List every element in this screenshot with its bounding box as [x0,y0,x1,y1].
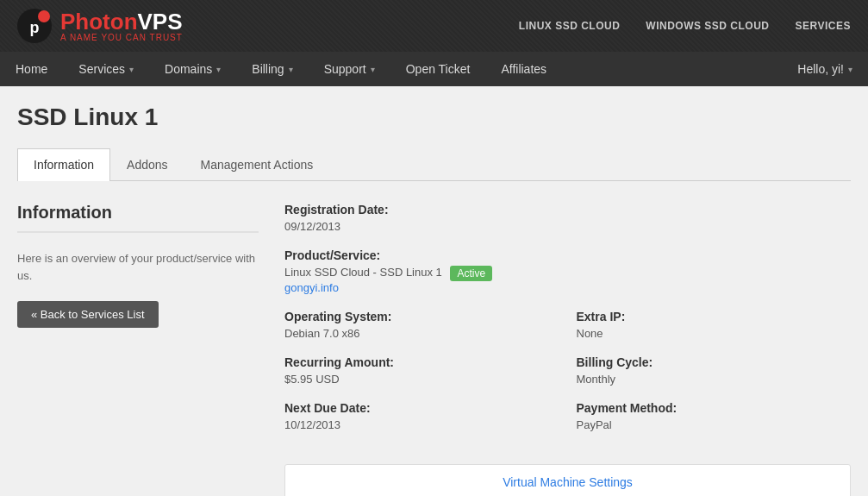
user-menu[interactable]: Hello, yi! ▾ [782,52,868,86]
tab-addons[interactable]: Addons [110,148,184,180]
nav-domains[interactable]: Domains ▾ [149,52,236,86]
next-due-date-section: Next Due Date: 10/12/2013 [284,401,559,431]
billing-arrow-icon: ▾ [289,65,293,74]
nav-billing[interactable]: Billing ▾ [236,52,308,86]
nav-home[interactable]: Home [0,52,63,86]
logo-tagline: A Name You Can Trust [60,33,183,42]
info-heading: Information [17,203,259,223]
next-due-date-value: 10/12/2013 [284,418,559,431]
registration-date-value: 09/12/2013 [284,220,559,233]
extra-ip-value: None [577,327,852,340]
vm-settings-button[interactable]: Virtual Machine Settings [284,464,851,496]
support-arrow-icon: ▾ [371,65,375,74]
registration-date-label: Registration Date: [284,203,559,217]
billing-cycle-value: Monthly [577,373,852,386]
recurring-amount-section: Recurring Amount: $5.95 USD [284,355,559,386]
services-arrow-icon: ▾ [129,65,134,74]
operating-system-section: Operating System: Debian 7.0 x86 [284,310,559,340]
page-title: SSD Linux 1 [17,104,851,131]
recurring-amount-label: Recurring Amount: [284,355,559,369]
left-panel: Information Here is an overview of your … [17,203,259,496]
payment-method-value: PayPal [577,418,852,431]
right-panel: Registration Date: 09/12/2013 Product/Se… [284,203,851,496]
top-header: p PhotonVPS A Name You Can Trust Linux S… [0,0,868,52]
nav-support[interactable]: Support ▾ [309,52,390,86]
logo-text: PhotonVPS A Name You Can Trust [60,10,183,42]
nav-windows-ssd-cloud[interactable]: Windows SSD Cloud [646,20,769,32]
billing-cycle-section: Billing Cycle: Monthly [577,355,852,386]
red-dot-icon [38,10,50,22]
logo-area: p PhotonVPS A Name You Can Trust [17,9,183,43]
product-service-value: Linux SSD Cloud - SSD Linux 1 Active gon… [284,266,559,294]
nav-left: Home Services ▾ Domains ▾ Billing ▾ Supp… [0,52,562,86]
logo-photon: Photon [60,9,138,35]
payment-method-label: Payment Method: [577,401,852,415]
recurring-amount-value: $5.95 USD [284,373,559,386]
registration-date-section: Registration Date: 09/12/2013 [284,203,559,233]
product-service-section: Product/Service: Linux SSD Cloud - SSD L… [284,248,559,294]
nav-bar: Home Services ▾ Domains ▾ Billing ▾ Supp… [0,52,868,86]
domains-arrow-icon: ▾ [216,65,221,74]
billing-cycle-label: Billing Cycle: [577,355,852,369]
operating-system-value: Debian 7.0 x86 [284,327,559,340]
vm-settings-section: Virtual Machine Settings [284,464,851,496]
user-arrow-icon: ▾ [848,65,852,74]
product-service-label: Product/Service: [284,248,559,262]
nav-services[interactable]: Services ▾ [63,52,149,86]
tab-management-actions[interactable]: Management Actions [184,148,330,180]
back-to-services-button[interactable]: « Back to Services List [17,301,159,328]
tab-information[interactable]: Information [17,148,110,181]
logo-icon: p [17,9,52,43]
product-service-text: Linux SSD Cloud - SSD Linux 1 [284,266,442,279]
user-greeting: Hello, yi! [797,62,844,76]
separator [17,231,259,233]
product-service-link[interactable]: gongyi.info [284,281,339,294]
operating-system-label: Operating System: [284,310,559,323]
tabs: Information Addons Management Actions [17,148,851,181]
nav-linux-ssd-cloud[interactable]: Linux SSD Cloud [519,20,621,32]
payment-method-section: Payment Method: PayPal [577,401,852,431]
active-badge: Active [450,266,492,281]
extra-ip-label: Extra IP: [577,310,852,323]
logo-title: PhotonVPS [60,10,183,33]
top-navigation: Linux SSD Cloud Windows SSD Cloud Servic… [519,20,851,32]
main-content: SSD Linux 1 Information Addons Managemen… [0,86,868,496]
content-body: Information Here is an overview of your … [17,203,851,496]
logo-p-letter: p [30,19,40,37]
nav-open-ticket[interactable]: Open Ticket [390,52,486,86]
extra-ip-section: Extra IP: None [577,310,852,340]
logo-vps: VPS [138,9,183,35]
next-due-date-label: Next Due Date: [284,401,559,415]
info-description: Here is an overview of your product/serv… [17,250,259,284]
nav-services-top[interactable]: Services [796,20,851,32]
nav-affiliates[interactable]: Affiliates [485,52,562,86]
